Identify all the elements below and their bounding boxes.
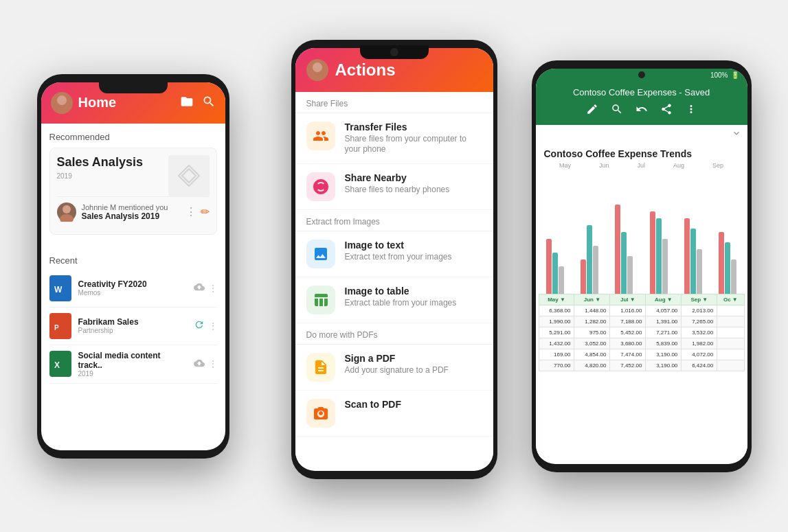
battery-status: 100% bbox=[710, 71, 728, 79]
svg-text:X: X bbox=[54, 360, 60, 370]
file-info-1: Creativity FY2020 Memos bbox=[78, 279, 187, 297]
share-files-label: Share Files bbox=[295, 92, 493, 113]
left-phone-body: Recommended Sales Analysis 2019 bbox=[41, 124, 225, 250]
file-name-3: Social media content track.. bbox=[78, 351, 187, 370]
share-nearby-title: Share Nearby bbox=[345, 172, 450, 183]
scan-pdf-item[interactable]: Scan to PDF bbox=[295, 391, 493, 437]
recent-item-3[interactable]: X Social media content track.. 2019 ⋮ bbox=[49, 345, 217, 384]
undo-icon[interactable] bbox=[635, 103, 648, 118]
more-vert-icon[interactable]: ⋮ bbox=[209, 284, 217, 293]
image-to-text-desc: Extract text from your images bbox=[345, 252, 452, 263]
actions-title: Actions bbox=[335, 60, 396, 80]
bar-aug-red bbox=[650, 211, 655, 294]
image-to-text-title: Image to text bbox=[345, 240, 452, 251]
recent-label: Recent bbox=[49, 255, 217, 266]
col-oc: Oc ▼ bbox=[717, 294, 744, 305]
folder-icon[interactable] bbox=[180, 95, 194, 111]
more-vert-icon-2[interactable]: ⋮ bbox=[209, 321, 217, 331]
edit-icon[interactable]: ✏ bbox=[201, 205, 210, 218]
table-row: 5,291.00 975.00 5,452.00 7,271.00 3,532.… bbox=[539, 327, 744, 338]
mention-actions: ⋮ ✏ bbox=[185, 205, 210, 218]
recent-item-2[interactable]: P Fabrikam Sales Partnership ⋮ bbox=[49, 308, 217, 345]
expense-chart bbox=[536, 170, 747, 294]
header-icons bbox=[180, 95, 216, 111]
svg-point-3 bbox=[60, 214, 74, 222]
bar-group-may bbox=[546, 239, 564, 294]
table-row: 1,432.00 3,052.00 3,680.00 5,839.00 1,98… bbox=[539, 338, 744, 349]
phone-center: Actions Share Files Transfer Files Share… bbox=[291, 40, 497, 479]
more-vert-icon-3[interactable]: ⋮ bbox=[209, 359, 217, 369]
sign-pdf-desc: Add your signature to a PDF bbox=[345, 365, 449, 376]
edit-icon[interactable] bbox=[586, 103, 598, 118]
col-aug: Aug ▼ bbox=[646, 294, 682, 305]
mention-user: Johnnie M bbox=[82, 203, 117, 211]
sign-pdf-title: Sign a PDF bbox=[345, 353, 449, 364]
transfer-files-text: Transfer Files Share files from your com… bbox=[345, 122, 482, 155]
file-info-3: Social media content track.. 2019 bbox=[78, 351, 187, 378]
table-row: 1,990.00 1,282.00 7,188.00 1,391.00 7,26… bbox=[539, 316, 744, 327]
doc-card[interactable]: Sales Analysis 2019 bbox=[49, 148, 217, 235]
center-avatar bbox=[306, 59, 328, 81]
transfer-files-item[interactable]: Transfer Files Share files from your com… bbox=[295, 113, 493, 164]
month-may: May bbox=[559, 162, 571, 169]
share-nearby-desc: Share files to nearby phones bbox=[345, 185, 450, 196]
image-to-table-item[interactable]: Image to table Extract table from your i… bbox=[295, 277, 493, 323]
excel-file-icon: X bbox=[49, 351, 71, 377]
file-actions-1: ⋮ bbox=[194, 281, 217, 294]
bar-sep-red bbox=[684, 218, 690, 294]
month-jul: Jul bbox=[637, 162, 645, 169]
phone-right: 100% 🔋 Contoso Coffee Expenses - Saved bbox=[532, 60, 752, 472]
sign-pdf-item[interactable]: Sign a PDF Add your signature to a PDF bbox=[295, 345, 493, 391]
more-vert-icon[interactable] bbox=[685, 103, 697, 118]
image-to-table-icon bbox=[306, 286, 335, 314]
right-phone-body: Contoso Coffee Expense Trends May Jun Ju… bbox=[536, 125, 747, 459]
bar-oct-gray bbox=[731, 259, 736, 294]
phone-left: Home Recommended Sales Ana bbox=[37, 74, 229, 459]
search-icon[interactable] bbox=[202, 95, 216, 111]
col-may: May ▼ bbox=[539, 294, 574, 305]
recent-item-1[interactable]: W Creativity FY2020 Memos ⋮ bbox=[49, 270, 217, 308]
table-row: 169.00 4,854.00 7,474.00 3,190.00 4,072.… bbox=[539, 349, 744, 360]
cloud-upload-icon-3[interactable] bbox=[194, 358, 205, 371]
month-sep: Sep bbox=[712, 162, 723, 169]
bar-jun-red bbox=[581, 259, 586, 294]
bar-aug-teal bbox=[656, 218, 662, 294]
excel-doc-title: Contoso Coffee Expenses - Saved bbox=[544, 87, 739, 97]
excel-toolbar bbox=[544, 103, 739, 118]
bar-jun-teal bbox=[587, 225, 592, 294]
image-to-table-title: Image to table bbox=[345, 286, 457, 297]
month-jun: Jun bbox=[599, 162, 609, 169]
bar-oct-red bbox=[719, 232, 724, 294]
share-icon[interactable] bbox=[660, 103, 673, 118]
extract-images-label: Extract from Images bbox=[295, 210, 493, 231]
doc-card-title: Sales Analysis bbox=[57, 155, 143, 170]
file-info-2: Fabrikam Sales Partnership bbox=[78, 317, 187, 334]
doc-card-year: 2019 bbox=[57, 172, 143, 180]
image-to-table-desc: Extract table from your images bbox=[345, 298, 457, 309]
refresh-icon[interactable] bbox=[194, 319, 205, 332]
bar-jul-red bbox=[615, 205, 620, 294]
mention-text: Johnnie M mentioned you Sales Analysis 2… bbox=[82, 203, 180, 221]
transfer-files-icon bbox=[306, 122, 335, 150]
bar-group-jul bbox=[615, 205, 633, 294]
ppt-file-icon: P bbox=[49, 313, 71, 339]
more-icon[interactable]: ⋮ bbox=[185, 205, 196, 218]
scan-pdf-text: Scan to PDF bbox=[345, 399, 401, 411]
bar-group-jun bbox=[581, 225, 598, 294]
col-sep: Sep ▼ bbox=[682, 294, 717, 305]
image-to-text-item[interactable]: Image to text Extract text from your ima… bbox=[295, 231, 493, 277]
share-nearby-text: Share Nearby Share files to nearby phone… bbox=[345, 172, 450, 196]
bar-aug-gray bbox=[662, 239, 668, 294]
share-nearby-item[interactable]: Share Nearby Share files to nearby phone… bbox=[295, 164, 493, 210]
file-sub-1: Memos bbox=[78, 289, 187, 297]
center-phone-body: Share Files Transfer Files Share files f… bbox=[295, 92, 493, 467]
scan-pdf-title: Scan to PDF bbox=[345, 399, 401, 410]
cloud-upload-icon[interactable] bbox=[194, 281, 205, 294]
search-icon[interactable] bbox=[611, 103, 623, 118]
month-aug: Aug bbox=[673, 162, 684, 169]
home-title: Home bbox=[78, 95, 117, 111]
bar-jul-teal bbox=[621, 232, 627, 294]
mention-avatar bbox=[57, 203, 76, 222]
mention-doc: Sales Analysis 2019 bbox=[82, 211, 180, 221]
svg-point-0 bbox=[57, 95, 67, 105]
